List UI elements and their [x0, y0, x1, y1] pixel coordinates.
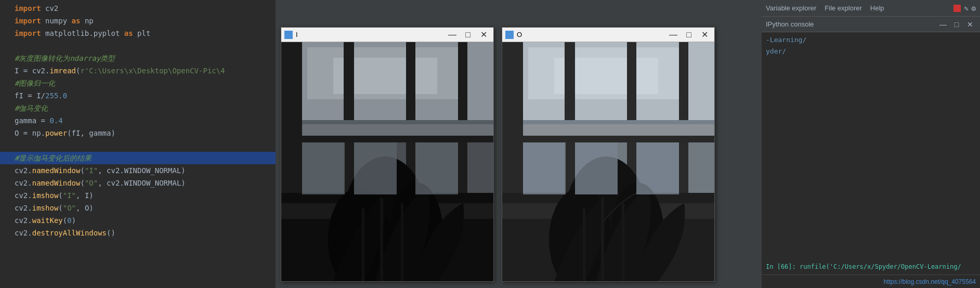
window-O-close[interactable]: ✕ [698, 30, 711, 40]
pencil-icon[interactable]: ✎ [964, 4, 968, 12]
svg-rect-40 [622, 203, 624, 281]
code-line-19: cv2.destroyAllWindows() [0, 227, 276, 239]
window-I-title: I [284, 31, 298, 39]
svg-rect-32 [523, 120, 714, 124]
code-line-1: import cv2 [0, 2, 276, 15]
url-link[interactable]: https://blog.csdn.net/qq_4075564 [884, 278, 976, 285]
code-line-12 [0, 139, 276, 152]
window-I-minimize[interactable]: — [446, 30, 459, 40]
window-O-icon [505, 31, 514, 39]
ipython-maximize[interactable]: □ [951, 20, 962, 29]
window-I-close[interactable]: ✕ [477, 30, 490, 40]
ipython-prompt: In [66]: runfile('C:/Users/x/Spyder/Open… [766, 261, 961, 272]
code-line-10: gamma = 0.4 [0, 114, 276, 127]
image-O-svg [502, 42, 714, 281]
bottom-bar: https://blog.csdn.net/qq_4075564 [762, 274, 980, 288]
ipython-win-controls: — □ ✕ [937, 20, 976, 29]
window-O-titlebar: O — □ ✕ [502, 28, 714, 42]
code-editor: import cv2 import numpy as np import mat… [0, 0, 276, 288]
ipython-close[interactable]: ✕ [964, 20, 976, 29]
window-O-image [502, 42, 714, 281]
tab-help[interactable]: Help [870, 2, 884, 14]
svg-rect-10 [302, 120, 493, 124]
code-line-4 [0, 40, 276, 52]
svg-rect-16 [380, 198, 383, 281]
window-I-icon [284, 31, 293, 39]
window-I-maximize[interactable]: □ [461, 30, 475, 40]
svg-rect-38 [601, 198, 604, 281]
code-line-7: #图像归一化 [0, 77, 276, 89]
window-I-image [281, 42, 493, 281]
svg-rect-39 [583, 208, 585, 281]
svg-rect-17 [362, 208, 364, 281]
path-line-2: yder/ [766, 46, 976, 57]
code-line-8: fI = I/255.0 [0, 89, 276, 102]
tab-file-explorer[interactable]: File explorer [825, 2, 862, 14]
red-square-icon [953, 5, 961, 12]
image-area: I — □ ✕ [276, 0, 762, 288]
right-content: -Learning/ yder/ In [66]: runfile('C:/Us… [762, 32, 980, 274]
code-line-5: #灰度图像转化为ndarray类型 [0, 52, 276, 64]
window-O-label: O [517, 31, 522, 38]
code-line-11: O = np.power(fI, gamma) [0, 127, 276, 139]
gear-icon[interactable]: ⚙ [972, 4, 976, 12]
svg-rect-31 [523, 123, 714, 136]
svg-rect-19 [302, 142, 345, 194]
window-O-minimize[interactable]: — [667, 30, 680, 40]
window-O-maximize[interactable]: □ [682, 30, 696, 40]
window-I: I — □ ✕ [281, 27, 494, 282]
ipython-header: IPython console — □ ✕ [762, 17, 980, 32]
code-line-18: cv2.waitKey(0) [0, 214, 276, 227]
ipython-console-title: IPython console [766, 20, 814, 28]
svg-rect-41 [523, 142, 566, 194]
window-O: O — □ ✕ [502, 27, 715, 282]
code-line-13: #显示伽马变化后的结果 [0, 152, 276, 164]
svg-rect-9 [302, 123, 493, 136]
image-I-svg [281, 42, 493, 281]
svg-rect-18 [401, 203, 403, 281]
code-line-14: cv2.namedWindow("I", cv2.WINDOW_NORMAL) [0, 164, 276, 177]
window-I-titlebar: I — □ ✕ [281, 28, 493, 42]
right-toolbar: Variable explorer File explorer Help ✎ ⚙ [762, 0, 980, 17]
path-line-1: -Learning/ [766, 34, 976, 46]
window-O-controls: — □ ✕ [667, 30, 711, 40]
code-line-6: I = cv2.imread(r'C:\Users\x\Desktop\Open… [0, 64, 276, 77]
ipython-minimize[interactable]: — [937, 20, 949, 29]
code-line-3: import matplotlib.pyplot as plt [0, 27, 276, 40]
toolbar-tabs: Variable explorer File explorer Help [766, 2, 884, 14]
svg-rect-43 [636, 142, 679, 194]
code-line-17: cv2.imshow("O", O) [0, 202, 276, 214]
toolbar-icons: ✎ ⚙ [953, 4, 976, 12]
code-line-2: import numpy as np [0, 15, 276, 27]
code-line-9: #伽马变化 [0, 102, 276, 114]
window-O-title: O [505, 31, 522, 39]
window-I-label: I [296, 31, 298, 38]
svg-rect-21 [415, 142, 458, 194]
window-I-controls: — □ ✕ [446, 30, 490, 40]
code-line-15: cv2.namedWindow("O", cv2.WINDOW_NORMAL) [0, 177, 276, 189]
svg-rect-20 [354, 142, 397, 194]
svg-rect-42 [575, 142, 618, 194]
right-panel: Variable explorer File explorer Help ✎ ⚙… [762, 0, 980, 288]
tab-variable-explorer[interactable]: Variable explorer [766, 2, 816, 14]
code-line-16: cv2.imshow("I", I) [0, 189, 276, 202]
